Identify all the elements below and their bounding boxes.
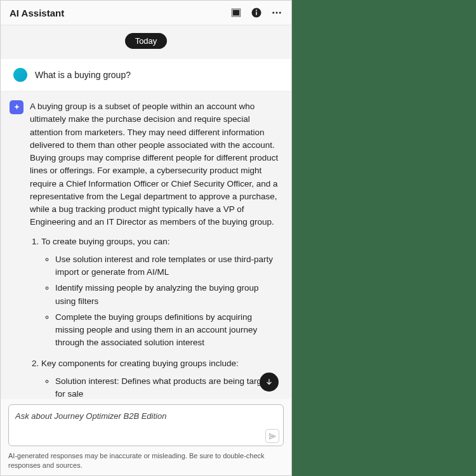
prompt-input[interactable] xyxy=(15,411,263,421)
ai-assistant-panel: AI Assistant Today What is a buying grou… xyxy=(0,0,292,476)
step-2: Key components for creating buying group… xyxy=(41,357,280,400)
panel-title: AI Assistant xyxy=(10,8,64,18)
step-2-text: Key components for creating buying group… xyxy=(41,359,239,368)
assistant-message: A buying group is a subset of people wit… xyxy=(10,100,282,399)
user-avatar xyxy=(13,68,27,82)
answer-intro: A buying group is a subset of people wit… xyxy=(30,100,280,229)
step-1-bullets: Use solution interest and role templates… xyxy=(41,253,280,350)
date-pill: Today xyxy=(125,33,168,49)
assistant-answer: A buying group is a subset of people wit… xyxy=(30,100,282,399)
bullet: Use solution interest and role templates… xyxy=(55,253,280,279)
info-icon[interactable] xyxy=(251,7,262,18)
bullet: Complete the buying groups definitions b… xyxy=(55,311,280,350)
svg-point-4 xyxy=(256,10,257,11)
send-button[interactable] xyxy=(265,429,279,443)
bullet: Solution interest: Defines what products… xyxy=(55,375,280,400)
prompt-input-box[interactable] xyxy=(8,404,284,446)
input-area xyxy=(1,399,291,449)
disclaimer-text: AI-generated responses may be inaccurate… xyxy=(1,449,291,475)
svg-point-6 xyxy=(276,12,278,14)
step-1: To create buying groups, you can: Use so… xyxy=(41,235,280,350)
more-icon[interactable] xyxy=(271,7,282,18)
fullscreen-icon[interactable] xyxy=(230,7,242,18)
panel-header: AI Assistant xyxy=(1,1,291,25)
user-message-row: What is a buying group? xyxy=(1,59,291,91)
svg-point-5 xyxy=(272,12,274,14)
sparkle-icon xyxy=(10,100,23,114)
answer-steps: To create buying groups, you can: Use so… xyxy=(30,235,280,400)
svg-rect-3 xyxy=(256,12,257,15)
user-message-text: What is a buying group? xyxy=(35,70,131,80)
svg-point-7 xyxy=(279,12,281,14)
conversation-scroll[interactable]: A buying group is a subset of people wit… xyxy=(1,91,291,399)
date-divider: Today xyxy=(1,25,291,59)
svg-rect-0 xyxy=(233,10,240,16)
bullet: Identify missing people by analyzing the… xyxy=(55,282,280,308)
header-actions xyxy=(230,7,282,18)
step-2-bullets: Solution interest: Defines what products… xyxy=(41,375,280,400)
step-1-text: To create buying groups, you can: xyxy=(41,237,170,246)
